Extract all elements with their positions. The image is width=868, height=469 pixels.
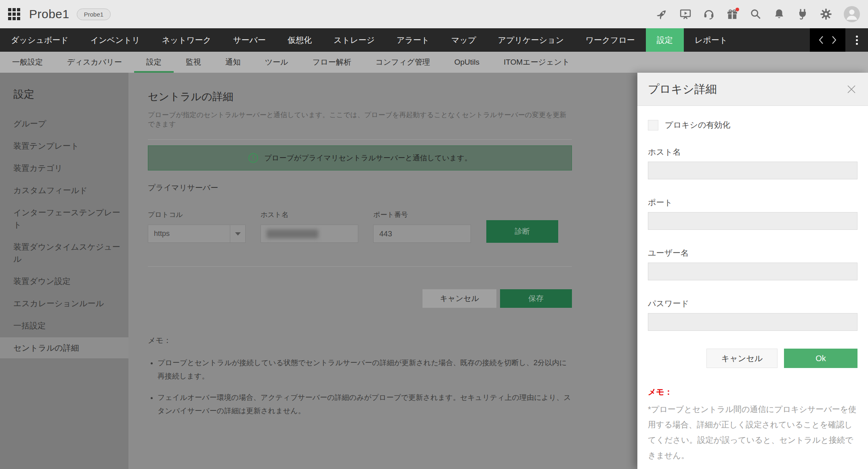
proxy-port-label: ポート	[648, 197, 857, 208]
user-avatar[interactable]	[844, 6, 860, 22]
probe-badge: Probe1	[77, 8, 111, 20]
sidebar-item-bulk-settings[interactable]: 一括設定	[0, 320, 128, 332]
enable-proxy-label: プロキシの有効化	[665, 120, 730, 130]
memo-bullet: プローブとセントラルが接続している状態でセントラルサーバーの詳細が更新された場合…	[158, 356, 572, 383]
gift-icon[interactable]	[727, 8, 738, 20]
nav-item-reports[interactable]: レポート	[684, 28, 738, 52]
proxy-ok-button[interactable]: Ok	[784, 349, 857, 368]
enable-proxy-checkbox[interactable]	[648, 120, 658, 130]
proxy-password-field[interactable]	[648, 313, 857, 331]
port-label: ポート番号	[373, 210, 471, 219]
proxy-hostname-field[interactable]	[648, 162, 857, 179]
proxy-hostname-label: ホスト名	[648, 147, 857, 158]
memo-list: プローブとセントラルが接続している状態でセントラルサーバーの詳細が更新された場合…	[148, 356, 572, 418]
proxy-username-label: ユーザー名	[648, 248, 857, 259]
memo-title: メモ：	[148, 335, 572, 346]
page-description: プローブが指定のセントラルサーバーと通信しています。ここでは、プローブを再起動す…	[148, 110, 572, 129]
nav-item-server[interactable]: サーバー	[222, 28, 277, 52]
nav-item-virtualization[interactable]: 仮想化	[277, 28, 323, 52]
subnav-configuration[interactable]: 設定	[134, 52, 174, 73]
sidebar-item-interface-templates[interactable]: インターフェーステンプレート	[0, 206, 128, 231]
headset-icon[interactable]	[703, 8, 715, 20]
primary-server-form: プロトコル https ホスト名 ポート番号 診断	[148, 210, 572, 243]
chevron-down-icon	[230, 225, 245, 242]
settings-subnav: 一般設定 ディスカバリー 設定 監視 通知 ツール フロー解析 コンフィグ管理 …	[0, 52, 868, 73]
subnav-oputils[interactable]: OpUtils	[442, 52, 492, 73]
topbar-icon-group	[656, 6, 860, 22]
sidebar-item-central-details[interactable]: セントラルの詳細	[0, 337, 128, 358]
settings-sidebar: 設定 グループ 装置テンプレート 装置カテゴリ カスタムフィールド インターフェ…	[0, 73, 128, 469]
status-banner: プローブがプライマリセントラルサーバーと通信しています。	[148, 145, 572, 170]
bell-icon[interactable]	[773, 8, 785, 20]
protocol-value: https	[148, 225, 230, 242]
app-screen: Probe1 Probe1	[0, 0, 868, 469]
memo-bullet: フェイルオーバー環境の場合、アクティブサーバーの詳細のみがプローブで更新されます…	[158, 391, 572, 418]
plug-icon[interactable]	[797, 8, 808, 20]
port-field[interactable]	[373, 225, 471, 243]
nav-item-alerts[interactable]: アラート	[386, 28, 440, 52]
sidebar-item-custom-fields[interactable]: カスタムフィールド	[0, 184, 128, 196]
proxy-note-text: *プローブとセントラル間の通信にプロキシサーバーを使用する場合、詳細が正しく設定…	[648, 402, 857, 463]
proxy-note-title: メモ：	[648, 387, 857, 397]
sidebar-item-downtime-schedule[interactable]: 装置ダウンタイムスケジュール	[0, 241, 128, 265]
main-nav: ダッシュボード インベントリ ネットワーク サーバー 仮想化 ストレージ アラー…	[0, 28, 868, 52]
sidebar-heading: 設定	[13, 87, 128, 101]
hostname-label: ホスト名	[261, 210, 358, 219]
diagnose-button[interactable]: 診断	[486, 220, 558, 243]
save-button[interactable]: 保存	[500, 289, 572, 308]
nav-item-applications[interactable]: アプリケーション	[487, 28, 575, 52]
subnav-itom-agent[interactable]: ITOMエージェント	[492, 52, 582, 73]
nav-item-inventory[interactable]: インベントリ	[80, 28, 151, 52]
nav-item-settings[interactable]: 設定	[646, 28, 684, 52]
gear-icon[interactable]	[820, 8, 832, 20]
nav-scroll-arrows	[810, 28, 845, 52]
panel-title: プロキシ詳細	[648, 82, 845, 97]
apps-grid-icon[interactable]	[8, 8, 20, 20]
nav-item-maps[interactable]: マップ	[440, 28, 487, 52]
kebab-menu-icon[interactable]	[845, 28, 868, 52]
proxy-port-field[interactable]	[648, 212, 857, 230]
chevron-left-icon[interactable]	[818, 36, 824, 44]
proxy-details-panel: プロキシ詳細 プロキシの有効化 ホスト名 ポート ユーザー名	[637, 73, 868, 469]
proxy-username-field[interactable]	[648, 263, 857, 280]
subnav-tools[interactable]: ツール	[253, 52, 301, 73]
nav-item-network[interactable]: ネットワーク	[151, 28, 222, 52]
primary-server-label: プライマリサーバー	[148, 183, 572, 193]
proxy-password-label: パスワード	[648, 298, 857, 309]
main-content: セントラルの詳細 プローブが指定のセントラルサーバーと通信しています。ここでは、…	[128, 73, 637, 469]
nav-item-dashboard[interactable]: ダッシュボード	[0, 28, 80, 52]
protocol-label: プロトコル	[148, 210, 246, 219]
nav-item-workflow[interactable]: ワークフロー	[575, 28, 646, 52]
sidebar-item-device-templates[interactable]: 装置テンプレート	[0, 140, 128, 152]
divider	[148, 266, 572, 267]
sidebar-item-groups[interactable]: グループ	[0, 118, 128, 130]
status-banner-text: プローブがプライマリセントラルサーバーと通信しています。	[264, 153, 471, 163]
subnav-general[interactable]: 一般設定	[0, 52, 55, 73]
top-bar: Probe1 Probe1	[0, 0, 868, 28]
close-icon[interactable]	[845, 83, 857, 95]
subnav-monitoring[interactable]: 監視	[174, 52, 213, 73]
divider	[148, 139, 572, 140]
subnav-config-management[interactable]: コンフィグ管理	[363, 52, 442, 73]
subnav-discovery[interactable]: ディスカバリー	[55, 52, 134, 73]
subnav-flow-analysis[interactable]: フロー解析	[301, 52, 364, 73]
info-icon	[248, 153, 259, 163]
app-title: Probe1	[29, 7, 69, 21]
hostname-field[interactable]	[261, 225, 358, 243]
chevron-right-icon[interactable]	[832, 36, 837, 44]
cancel-button[interactable]: キャンセル	[422, 289, 496, 308]
presentation-icon[interactable]	[680, 8, 691, 20]
notification-dot	[736, 8, 739, 11]
page-title: セントラルの詳細	[148, 90, 572, 104]
search-icon[interactable]	[750, 8, 761, 20]
sidebar-item-device-categories[interactable]: 装置カテゴリ	[0, 162, 128, 174]
subnav-notification[interactable]: 通知	[213, 52, 253, 73]
sidebar-item-device-down-settings[interactable]: 装置ダウン設定	[0, 275, 128, 287]
rocket-icon[interactable]	[656, 8, 668, 20]
proxy-cancel-button[interactable]: キャンセル	[706, 349, 778, 368]
nav-item-storage[interactable]: ストレージ	[323, 28, 386, 52]
masked-hostname-value	[267, 229, 318, 238]
protocol-select[interactable]: https	[148, 225, 246, 243]
sidebar-item-escalation-rules[interactable]: エスカレーションルール	[0, 297, 128, 309]
panel-header: プロキシ詳細	[637, 73, 868, 106]
